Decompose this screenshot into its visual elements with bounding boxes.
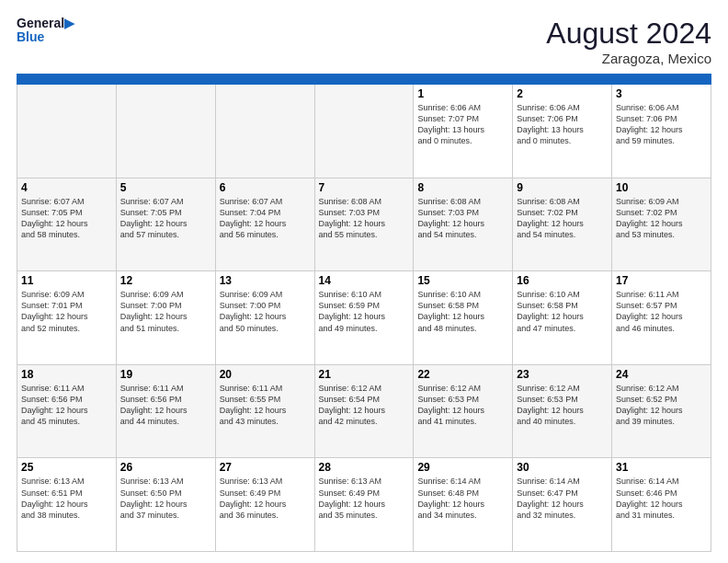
day-number: 4: [21, 181, 112, 194]
cell-info: Sunrise: 6:10 AM Sunset: 6:58 PM Dayligh…: [417, 289, 508, 334]
cell-info: Sunrise: 6:07 AM Sunset: 7:04 PM Dayligh…: [220, 196, 311, 241]
header: General▶ Blue August 2024 Zaragoza, Mexi…: [17, 17, 711, 66]
calendar-cell: 7Sunrise: 6:08 AM Sunset: 7:03 PM Daylig…: [314, 178, 414, 271]
cell-info: Sunrise: 6:09 AM Sunset: 7:02 PM Dayligh…: [616, 196, 707, 241]
calendar-cell: 5Sunrise: 6:07 AM Sunset: 7:05 PM Daylig…: [116, 178, 215, 271]
calendar-cell: 27Sunrise: 6:13 AM Sunset: 6:49 PM Dayli…: [215, 458, 314, 552]
cell-info: Sunrise: 6:11 AM Sunset: 6:56 PM Dayligh…: [120, 383, 211, 428]
cell-info: Sunrise: 6:06 AM Sunset: 7:06 PM Dayligh…: [616, 102, 707, 147]
col-tuesday: [215, 75, 314, 85]
title-block: August 2024 Zaragoza, Mexico: [546, 17, 711, 66]
day-number: 28: [319, 461, 410, 474]
calendar-cell: 10Sunrise: 6:09 AM Sunset: 7:02 PM Dayli…: [612, 178, 711, 271]
calendar-cell: 25Sunrise: 6:13 AM Sunset: 6:51 PM Dayli…: [17, 458, 117, 552]
day-number: 20: [220, 368, 311, 381]
calendar-cell: 6Sunrise: 6:07 AM Sunset: 7:04 PM Daylig…: [215, 178, 314, 271]
calendar-cell: 30Sunrise: 6:14 AM Sunset: 6:47 PM Dayli…: [513, 458, 612, 552]
day-number: 26: [120, 461, 211, 474]
cell-info: Sunrise: 6:09 AM Sunset: 7:01 PM Dayligh…: [21, 289, 112, 334]
day-number: 23: [517, 368, 608, 381]
calendar-cell: 9Sunrise: 6:08 AM Sunset: 7:02 PM Daylig…: [513, 178, 612, 271]
cell-info: Sunrise: 6:10 AM Sunset: 6:59 PM Dayligh…: [319, 289, 410, 334]
col-friday: [513, 75, 612, 85]
calendar-cell: 3Sunrise: 6:06 AM Sunset: 7:06 PM Daylig…: [612, 85, 711, 178]
calendar-cell: 21Sunrise: 6:12 AM Sunset: 6:54 PM Dayli…: [314, 364, 414, 458]
cell-info: Sunrise: 6:08 AM Sunset: 7:03 PM Dayligh…: [319, 196, 410, 241]
day-number: 19: [120, 368, 211, 381]
cell-info: Sunrise: 6:07 AM Sunset: 7:05 PM Dayligh…: [21, 196, 112, 241]
day-number: 30: [517, 461, 608, 474]
month-title: August 2024: [546, 17, 711, 51]
cell-info: Sunrise: 6:07 AM Sunset: 7:05 PM Dayligh…: [120, 196, 211, 241]
col-saturday: [612, 75, 711, 85]
day-number: 3: [616, 87, 707, 100]
header-row: [17, 75, 711, 85]
calendar-cell: 1Sunrise: 6:06 AM Sunset: 7:07 PM Daylig…: [414, 85, 513, 178]
calendar-cell: 18Sunrise: 6:11 AM Sunset: 6:56 PM Dayli…: [17, 364, 117, 458]
day-number: 16: [517, 274, 608, 287]
day-number: 17: [616, 274, 707, 287]
day-number: 2: [517, 87, 608, 100]
page: General▶ Blue August 2024 Zaragoza, Mexi…: [0, 0, 728, 563]
calendar-cell: 22Sunrise: 6:12 AM Sunset: 6:53 PM Dayli…: [414, 364, 513, 458]
calendar-cell: 2Sunrise: 6:06 AM Sunset: 7:06 PM Daylig…: [513, 85, 612, 178]
calendar-cell: 24Sunrise: 6:12 AM Sunset: 6:52 PM Dayli…: [612, 364, 711, 458]
cell-info: Sunrise: 6:06 AM Sunset: 7:06 PM Dayligh…: [517, 102, 608, 147]
week-row-4: 25Sunrise: 6:13 AM Sunset: 6:51 PM Dayli…: [17, 458, 711, 552]
cell-info: Sunrise: 6:11 AM Sunset: 6:56 PM Dayligh…: [21, 383, 112, 428]
subtitle: Zaragoza, Mexico: [546, 51, 711, 66]
calendar-cell: 31Sunrise: 6:14 AM Sunset: 6:46 PM Dayli…: [612, 458, 711, 552]
cell-info: Sunrise: 6:10 AM Sunset: 6:58 PM Dayligh…: [517, 289, 608, 334]
calendar: 1Sunrise: 6:06 AM Sunset: 7:07 PM Daylig…: [17, 74, 711, 552]
week-row-0: 1Sunrise: 6:06 AM Sunset: 7:07 PM Daylig…: [17, 85, 711, 178]
col-wednesday: [314, 75, 414, 85]
cell-info: Sunrise: 6:11 AM Sunset: 6:57 PM Dayligh…: [616, 289, 707, 334]
day-number: 5: [120, 181, 211, 194]
cell-info: Sunrise: 6:08 AM Sunset: 7:02 PM Dayligh…: [517, 196, 608, 241]
day-number: 25: [21, 461, 112, 474]
calendar-cell: [116, 85, 215, 178]
day-number: 24: [616, 368, 707, 381]
cell-info: Sunrise: 6:14 AM Sunset: 6:47 PM Dayligh…: [517, 476, 608, 521]
cell-info: Sunrise: 6:13 AM Sunset: 6:50 PM Dayligh…: [120, 476, 211, 521]
week-row-3: 18Sunrise: 6:11 AM Sunset: 6:56 PM Dayli…: [17, 364, 711, 458]
day-number: 13: [220, 274, 311, 287]
cell-info: Sunrise: 6:09 AM Sunset: 7:00 PM Dayligh…: [220, 289, 311, 334]
day-number: 27: [220, 461, 311, 474]
cell-info: Sunrise: 6:11 AM Sunset: 6:55 PM Dayligh…: [220, 383, 311, 428]
calendar-cell: [314, 85, 414, 178]
cell-info: Sunrise: 6:08 AM Sunset: 7:03 PM Dayligh…: [417, 196, 508, 241]
calendar-cell: 8Sunrise: 6:08 AM Sunset: 7:03 PM Daylig…: [414, 178, 513, 271]
day-number: 21: [319, 368, 410, 381]
calendar-cell: [215, 85, 314, 178]
day-number: 10: [616, 181, 707, 194]
col-thursday: [414, 75, 513, 85]
day-number: 31: [616, 461, 707, 474]
calendar-cell: 11Sunrise: 6:09 AM Sunset: 7:01 PM Dayli…: [17, 271, 117, 365]
col-sunday: [17, 75, 117, 85]
week-row-2: 11Sunrise: 6:09 AM Sunset: 7:01 PM Dayli…: [17, 271, 711, 365]
calendar-cell: [17, 85, 117, 178]
cell-info: Sunrise: 6:09 AM Sunset: 7:00 PM Dayligh…: [120, 289, 211, 334]
week-row-1: 4Sunrise: 6:07 AM Sunset: 7:05 PM Daylig…: [17, 178, 711, 271]
calendar-cell: 29Sunrise: 6:14 AM Sunset: 6:48 PM Dayli…: [414, 458, 513, 552]
calendar-cell: 20Sunrise: 6:11 AM Sunset: 6:55 PM Dayli…: [215, 364, 314, 458]
calendar-cell: 17Sunrise: 6:11 AM Sunset: 6:57 PM Dayli…: [612, 271, 711, 365]
calendar-cell: 28Sunrise: 6:13 AM Sunset: 6:49 PM Dayli…: [314, 458, 414, 552]
calendar-cell: 15Sunrise: 6:10 AM Sunset: 6:58 PM Dayli…: [414, 271, 513, 365]
calendar-cell: 23Sunrise: 6:12 AM Sunset: 6:53 PM Dayli…: [513, 364, 612, 458]
cell-info: Sunrise: 6:12 AM Sunset: 6:52 PM Dayligh…: [616, 383, 707, 428]
calendar-cell: 4Sunrise: 6:07 AM Sunset: 7:05 PM Daylig…: [17, 178, 117, 271]
day-number: 6: [220, 181, 311, 194]
cell-info: Sunrise: 6:14 AM Sunset: 6:46 PM Dayligh…: [616, 476, 707, 521]
day-number: 8: [417, 181, 508, 194]
cell-info: Sunrise: 6:14 AM Sunset: 6:48 PM Dayligh…: [417, 476, 508, 521]
calendar-cell: 19Sunrise: 6:11 AM Sunset: 6:56 PM Dayli…: [116, 364, 215, 458]
day-number: 22: [417, 368, 508, 381]
calendar-cell: 16Sunrise: 6:10 AM Sunset: 6:58 PM Dayli…: [513, 271, 612, 365]
logo: General▶ Blue: [17, 17, 74, 45]
cell-info: Sunrise: 6:12 AM Sunset: 6:53 PM Dayligh…: [417, 383, 508, 428]
day-number: 18: [21, 368, 112, 381]
calendar-cell: 14Sunrise: 6:10 AM Sunset: 6:59 PM Dayli…: [314, 271, 414, 365]
day-number: 12: [120, 274, 211, 287]
